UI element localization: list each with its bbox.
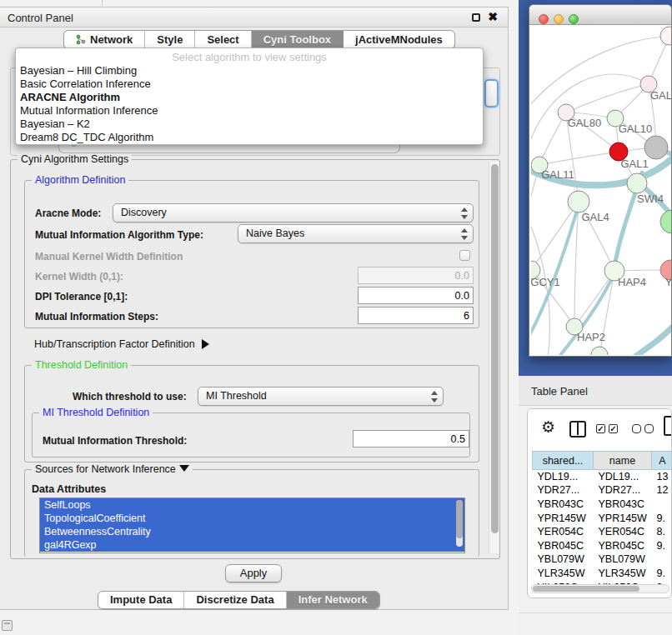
apply-button[interactable]: Apply bbox=[225, 564, 282, 582]
bottom-tab-discretize-data[interactable]: Discretize Data bbox=[184, 592, 286, 608]
window-frame-line bbox=[102, 0, 103, 6]
tab-label: Style bbox=[157, 33, 183, 46]
sources-title: Sources for Network Inference bbox=[32, 463, 193, 475]
mi-algorithm-type-combo[interactable]: Naive Bayes bbox=[238, 224, 474, 243]
dropdown-placeholder: Select algorithm to view settings bbox=[16, 48, 483, 64]
data-attributes-list[interactable]: SelfLoopsTopologicalCoefficientBetweenne… bbox=[39, 498, 465, 553]
node-label: GAL11 bbox=[541, 168, 574, 181]
column-header-a[interactable]: A bbox=[652, 452, 672, 470]
which-threshold-combo[interactable]: MI Threshold bbox=[198, 387, 444, 406]
bottom-tab-label: Discretize Data bbox=[196, 593, 273, 606]
close-panel-icon[interactable]: ✖ bbox=[488, 10, 498, 23]
mi-threshold-field[interactable] bbox=[353, 430, 469, 448]
document-icon[interactable] bbox=[664, 416, 672, 436]
bottom-tab-infer-network[interactable]: Infer Network bbox=[287, 592, 379, 608]
network-node[interactable] bbox=[660, 210, 672, 233]
manual-kernel-checkbox[interactable] bbox=[459, 250, 470, 261]
unchecked-checkbox-icon[interactable] bbox=[632, 424, 641, 433]
collapse-down-icon[interactable] bbox=[179, 465, 189, 472]
mi-steps-field[interactable] bbox=[358, 307, 474, 324]
manual-kernel-label: Manual Kernel Width Definition bbox=[35, 251, 183, 262]
focused-combo-stepper[interactable] bbox=[484, 79, 499, 108]
table-cell: YBR045C bbox=[594, 538, 652, 552]
attribute-item-betweennesscentrality[interactable]: BetweennessCentrality bbox=[40, 525, 464, 538]
dropdown-item-mutual-information-inference[interactable]: Mutual Information Inference bbox=[16, 104, 483, 118]
network-edge bbox=[531, 202, 579, 270]
bottom-tab-impute-data[interactable]: Impute Data bbox=[98, 592, 184, 608]
column-header-name[interactable]: name bbox=[594, 452, 652, 470]
network-node[interactable] bbox=[660, 27, 672, 45]
table-cell: YER054C bbox=[533, 525, 594, 539]
settings-vertical-scrollbar[interactable] bbox=[489, 162, 499, 553]
table-cell: 9. bbox=[652, 538, 672, 552]
float-panel-icon[interactable] bbox=[472, 13, 480, 22]
collapsed-panel-icon[interactable] bbox=[2, 620, 13, 631]
threshold-definition-title: Threshold Definition bbox=[32, 359, 131, 371]
dropdown-item-dream8-dc-tdc-algorithm[interactable]: Dream8 DC_TDC Algorithm bbox=[16, 131, 483, 144]
dropdown-items: Bayesian – Hill ClimbingBasic Correlatio… bbox=[16, 64, 483, 144]
dpi-tolerance-field[interactable] bbox=[358, 287, 474, 304]
network-node-swi4[interactable] bbox=[627, 173, 647, 193]
tab-label: Network bbox=[90, 33, 133, 46]
dropdown-item-bayesian-hill-climbing[interactable]: Bayesian – Hill Climbing bbox=[16, 64, 483, 78]
control-panel: Control Panel ✖ NetworkStyleSelectCyni T… bbox=[0, 7, 509, 610]
dropdown-item-bayesian-k2[interactable]: Bayesian – K2 bbox=[16, 118, 483, 131]
node-label: HAP4 bbox=[618, 276, 646, 288]
network-window: GALGAL80GAL10GAL1GAL11SWI4GAL4GCY1HAP4YH… bbox=[529, 4, 672, 357]
hub-definition-expander[interactable]: Hub/Transcription Factor Definition bbox=[34, 338, 209, 350]
table-row[interactable]: YBR043CYBR043C bbox=[533, 498, 672, 512]
dropdown-item-aracne-algorithm[interactable]: ARACNE Algorithm bbox=[16, 91, 483, 104]
network-canvas[interactable]: GALGAL80GAL10GAL1GAL11SWI4GAL4GCY1HAP4YH… bbox=[531, 25, 672, 355]
tab-select[interactable]: Select bbox=[195, 31, 251, 48]
table-row[interactable]: YLR345WYLR345W9. bbox=[533, 567, 672, 581]
table-horizontal-scrollbar[interactable] bbox=[531, 584, 669, 593]
tab-label: Select bbox=[207, 33, 238, 46]
close-traffic-light[interactable] bbox=[539, 14, 549, 24]
minimize-traffic-light[interactable] bbox=[554, 14, 564, 24]
tab-jactivemnodules[interactable]: jActiveMNodules bbox=[344, 31, 454, 48]
columns-icon[interactable] bbox=[569, 421, 586, 438]
node-label: GAL1 bbox=[620, 158, 648, 170]
network-node-gal4[interactable] bbox=[568, 191, 589, 212]
zoom-traffic-light[interactable] bbox=[569, 14, 579, 24]
desktop-area: GALGAL80GAL10GAL1GAL11SWI4GAL4GCY1HAP4YH… bbox=[519, 0, 672, 635]
mi-type-value: Naive Bayes bbox=[246, 228, 304, 239]
dropdown-item-basic-correlation-inference[interactable]: Basic Correlation Inference bbox=[16, 78, 483, 91]
algorithm-dropdown: Select algorithm to view settings Bayesi… bbox=[15, 48, 484, 145]
stepper-arrows-icon bbox=[461, 208, 467, 219]
table-row[interactable]: YBL079WYBL079W bbox=[533, 552, 672, 567]
list-scrollbar[interactable] bbox=[456, 500, 463, 547]
stepper-arrows-icon bbox=[431, 391, 437, 402]
network-node[interactable] bbox=[591, 347, 608, 355]
sources-group: Sources for Network Inference Data Attri… bbox=[24, 469, 479, 557]
network-edge bbox=[539, 112, 566, 165]
cyni-algorithm-settings-group: Cyni Algorithm Settings Algorithm Defini… bbox=[10, 159, 500, 559]
attribute-item-selfloops[interactable]: SelfLoops bbox=[40, 498, 464, 512]
table-row[interactable]: YPR145WYPR145W9. bbox=[533, 511, 672, 525]
table-row[interactable]: YDR27...YDR27...12 bbox=[533, 483, 672, 498]
tab-label: jActiveMNodules bbox=[355, 33, 443, 46]
hub-definition-label: Hub/Transcription Factor Definition bbox=[34, 338, 195, 350]
divider bbox=[519, 612, 672, 613]
attribute-item-gal4rgexp[interactable]: gal4RGexp bbox=[40, 538, 464, 552]
table-row[interactable]: YDL19...YDL19...13 bbox=[533, 470, 672, 484]
column-header-shared[interactable]: shared... bbox=[533, 452, 594, 470]
which-threshold-label: Which threshold to use: bbox=[73, 391, 187, 402]
tab-style[interactable]: Style bbox=[145, 31, 195, 48]
checked-checkbox-icon[interactable]: ✓ bbox=[596, 424, 605, 433]
kernel-width-field[interactable] bbox=[358, 267, 474, 284]
aracne-mode-combo[interactable]: Discovery bbox=[113, 203, 474, 222]
table-row[interactable]: YER054CYER054C8. bbox=[533, 525, 672, 539]
tab-network[interactable]: Network bbox=[64, 31, 145, 48]
network-edge bbox=[566, 84, 649, 112]
attribute-item-topologicalcoefficient[interactable]: TopologicalCoefficient bbox=[40, 512, 464, 525]
table-row[interactable]: YBR045CYBR045C9. bbox=[533, 538, 672, 552]
network-window-titlebar[interactable] bbox=[529, 5, 671, 25]
which-threshold-value: MI Threshold bbox=[206, 390, 267, 402]
table-cell: YER054C bbox=[594, 525, 652, 539]
network-node[interactable] bbox=[644, 136, 668, 159]
unchecked-checkbox-icon[interactable] bbox=[644, 424, 654, 433]
checked-checkbox-icon[interactable]: ✓ bbox=[609, 424, 618, 433]
gear-icon[interactable]: ⚙ bbox=[541, 418, 555, 437]
tab-cyni-toolbox[interactable]: Cyni Toolbox bbox=[252, 31, 344, 48]
